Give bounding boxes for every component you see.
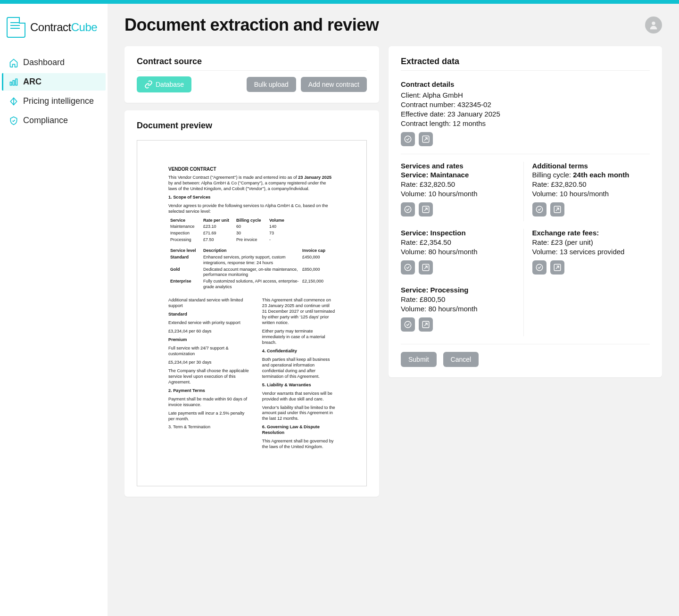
svg-point-14 xyxy=(536,264,543,271)
sidebar-item-label: Pricing intelligence xyxy=(23,96,94,106)
cancel-button[interactable]: Cancel xyxy=(443,352,479,367)
approve-button[interactable] xyxy=(401,317,415,332)
sidebar-item-label: ARC xyxy=(23,77,41,87)
edit-button[interactable] xyxy=(419,260,433,275)
extracted-heading: Extracted data xyxy=(401,57,650,71)
approve-button[interactable] xyxy=(532,260,547,275)
contract-source-card: Contract source Database Bulk upload Add… xyxy=(124,46,379,103)
sidebar-item-pricing[interactable]: Pricing intelligence xyxy=(2,92,106,110)
svg-point-4 xyxy=(405,136,411,142)
doc-title: VENDOR CONTRACT xyxy=(168,166,335,172)
contract-details-section: Contract details Client: Alpha GmbH Cont… xyxy=(401,76,650,154)
edit-button[interactable] xyxy=(550,202,564,216)
bulk-upload-button[interactable]: Bulk upload xyxy=(247,77,296,92)
check-circle-icon xyxy=(535,263,544,272)
database-button-label: Database xyxy=(156,81,184,88)
document-preview-heading: Document preview xyxy=(137,121,367,134)
edit-icon xyxy=(422,263,430,272)
edit-icon xyxy=(422,320,430,329)
svg-point-8 xyxy=(536,206,543,213)
edit-icon xyxy=(553,205,562,214)
logo[interactable]: ContractCube xyxy=(0,12,108,54)
contract-source-heading: Contract source xyxy=(137,57,367,71)
svg-point-10 xyxy=(405,264,411,271)
sidebar: ContractCube Dashboard ARC Pricing intel… xyxy=(0,4,108,616)
database-button[interactable]: Database xyxy=(137,76,191,92)
edit-icon xyxy=(422,205,430,214)
avatar[interactable] xyxy=(645,17,662,33)
svg-rect-2 xyxy=(16,79,17,85)
main: Document extraction and review Contract … xyxy=(108,4,679,616)
user-icon xyxy=(648,20,659,30)
sidebar-item-arc[interactable]: ARC xyxy=(2,73,106,91)
edit-button[interactable] xyxy=(419,132,433,146)
shield-icon xyxy=(9,116,18,125)
edit-icon xyxy=(553,263,562,272)
svg-point-12 xyxy=(405,321,411,328)
extracted-data-card: Extracted data Contract details Client: … xyxy=(389,46,662,377)
inspection-section: Service: Inspection Rate: £2,354.50 Volu… xyxy=(401,229,650,344)
approve-button[interactable] xyxy=(401,260,415,275)
check-circle-icon xyxy=(404,135,412,143)
document-preview-card: Document preview VENDOR CONTRACT This Ve… xyxy=(124,110,379,497)
submit-button[interactable]: Submit xyxy=(401,352,437,367)
edit-button[interactable] xyxy=(419,317,433,332)
home-icon xyxy=(9,58,18,67)
sidebar-nav: Dashboard ARC Pricing intelligence Compl… xyxy=(0,54,108,131)
arc-icon xyxy=(9,77,18,87)
link-icon xyxy=(144,80,153,89)
logo-text: ContractCube xyxy=(30,21,97,34)
check-circle-icon xyxy=(404,263,412,272)
services-section: Services and rates Service: Maintanace R… xyxy=(401,154,650,229)
approve-button[interactable] xyxy=(401,202,415,216)
svg-point-3 xyxy=(652,22,655,25)
page-title: Document extraction and review xyxy=(124,15,379,35)
sidebar-item-label: Dashboard xyxy=(23,58,65,67)
sidebar-item-dashboard[interactable]: Dashboard xyxy=(2,54,106,71)
add-contract-button[interactable]: Add new contract xyxy=(301,77,367,92)
sidebar-item-label: Compliance xyxy=(23,116,68,125)
document-content: VENDOR CONTRACT This Vendor Contract ("A… xyxy=(137,140,367,486)
svg-rect-0 xyxy=(10,82,12,85)
edit-button[interactable] xyxy=(550,260,564,275)
logo-icon xyxy=(7,17,25,38)
check-circle-icon xyxy=(535,205,544,214)
approve-button[interactable] xyxy=(532,202,547,216)
details-title: Contract details xyxy=(401,80,650,88)
edit-button[interactable] xyxy=(419,202,433,216)
svg-rect-1 xyxy=(13,80,14,85)
check-circle-icon xyxy=(404,320,412,329)
svg-point-6 xyxy=(405,206,411,213)
pricing-icon xyxy=(9,97,18,106)
check-circle-icon xyxy=(404,205,412,214)
sidebar-item-compliance[interactable]: Compliance xyxy=(2,112,106,129)
edit-icon xyxy=(422,135,430,143)
approve-button[interactable] xyxy=(401,132,415,146)
